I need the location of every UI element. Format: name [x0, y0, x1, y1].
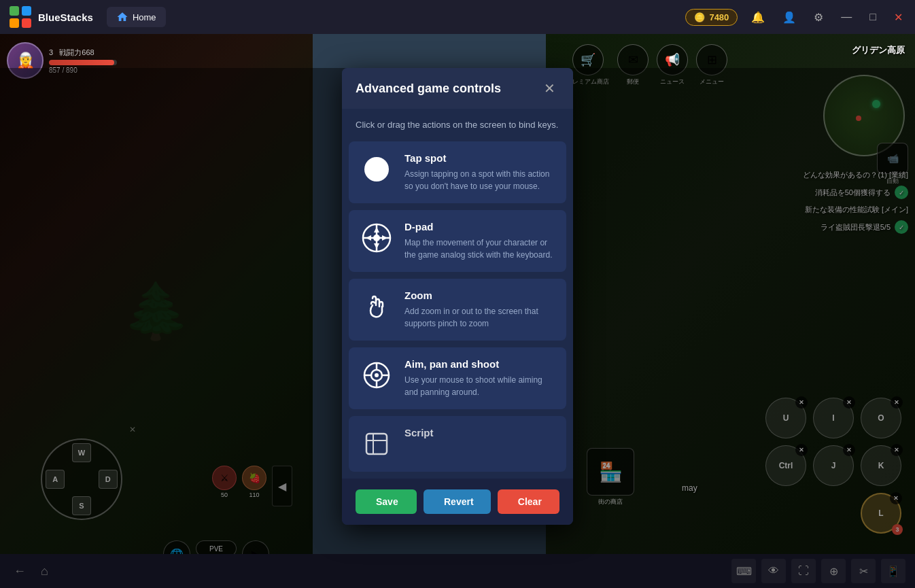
player-level: 3 戦闘力668 [49, 48, 117, 58]
svg-rect-1 [22, 6, 31, 16]
title-bar-right: 🪙 7480 🔔 👤 ⚙ — □ ✕ [685, 8, 907, 27]
svg-rect-20 [366, 434, 387, 454]
dpad-info: D-pad Map the movement of your character… [404, 221, 555, 261]
modal-subtitle: Click or drag the actions on the screen … [342, 109, 573, 141]
tap-spot-info: Tap spot Assign tapping on a spot with t… [404, 152, 555, 192]
tap-spot-icon [360, 152, 394, 186]
coin-amount: 7480 [709, 12, 729, 22]
home-nav-button[interactable]: Home [107, 7, 166, 27]
partial-info: Script [404, 427, 555, 443]
svg-marker-10 [374, 243, 379, 249]
zoom-icon [360, 290, 394, 324]
minimize-button[interactable]: — [837, 8, 856, 26]
svg-rect-3 [22, 18, 31, 28]
modal-overlay: Advanced game controls ✕ Click or drag t… [0, 68, 915, 588]
aim-info: Aim, pan and shoot Use your mouse to sho… [404, 358, 555, 398]
game-area: 🧝 3 戦闘力668 857 / 890 🌲 ✕ [0, 34, 915, 588]
svg-marker-11 [366, 235, 371, 241]
nav-bar: Home [107, 7, 166, 27]
brand-name: BlueStacks [38, 12, 93, 23]
location-name: グリデン高原 [852, 44, 905, 56]
dpad-control-name: D-pad [404, 221, 555, 232]
modal-body[interactable]: Tap spot Assign tapping on a spot with t… [342, 141, 573, 479]
tap-spot-desc: Assign tapping on a spot with this actio… [404, 168, 555, 192]
control-item-tap-spot[interactable]: Tap spot Assign tapping on a spot with t… [349, 141, 566, 203]
coin-icon: 🪙 [694, 12, 705, 22]
title-bar: BlueStacks Home 🪙 7480 🔔 👤 ⚙ — □ ✕ [0, 0, 915, 34]
partial-name: Script [404, 427, 555, 438]
settings-button[interactable]: ⚙ [810, 8, 827, 27]
partial-icon [360, 427, 394, 461]
aim-control-desc: Use your mouse to shoot while aiming and… [404, 374, 555, 398]
revert-button[interactable]: Revert [424, 489, 491, 514]
svg-point-8 [373, 235, 380, 241]
control-item-aim[interactable]: Aim, pan and shoot Use your mouse to sho… [349, 347, 566, 409]
control-item-partial: Script [349, 416, 566, 472]
aim-icon [360, 358, 394, 392]
save-button[interactable]: Save [356, 489, 417, 514]
modal-footer: Save Revert Clear [342, 479, 573, 525]
dpad-icon [360, 221, 394, 255]
svg-marker-9 [374, 227, 379, 232]
svg-rect-2 [10, 18, 19, 28]
coin-badge: 🪙 7480 [685, 9, 738, 26]
advanced-controls-modal: Advanced game controls ✕ Click or drag t… [342, 68, 573, 525]
modal-header: Advanced game controls ✕ [342, 68, 573, 109]
bluestacks-logo [8, 5, 33, 29]
svg-point-4 [364, 157, 389, 181]
zoom-control-name: Zoom [404, 290, 555, 301]
control-item-dpad[interactable]: D-pad Map the movement of your character… [349, 210, 566, 272]
aim-control-name: Aim, pan and shoot [404, 358, 555, 370]
tap-spot-name: Tap spot [404, 152, 555, 164]
player-hp-fill [49, 60, 114, 65]
modal-close-button[interactable]: ✕ [540, 79, 559, 98]
maximize-button[interactable]: □ [865, 8, 880, 26]
zoom-info: Zoom Add zoom in or out to the screen th… [404, 290, 555, 330]
svg-rect-0 [10, 6, 19, 16]
home-label: Home [133, 12, 156, 22]
svg-marker-12 [382, 235, 387, 241]
notification-button[interactable]: 🔔 [747, 8, 769, 27]
player-hp-bar [49, 60, 117, 65]
control-item-zoom[interactable]: Zoom Add zoom in or out to the screen th… [349, 279, 566, 341]
modal-title: Advanced game controls [356, 82, 501, 96]
svg-point-15 [375, 373, 379, 377]
profile-button[interactable]: 👤 [778, 8, 800, 27]
home-icon [116, 11, 128, 23]
clear-button[interactable]: Clear [498, 489, 559, 514]
close-window-button[interactable]: ✕ [890, 8, 907, 27]
dpad-control-desc: Map the movement of your character or th… [404, 237, 555, 261]
zoom-control-desc: Add zoom in or out to the screen that su… [404, 305, 555, 330]
